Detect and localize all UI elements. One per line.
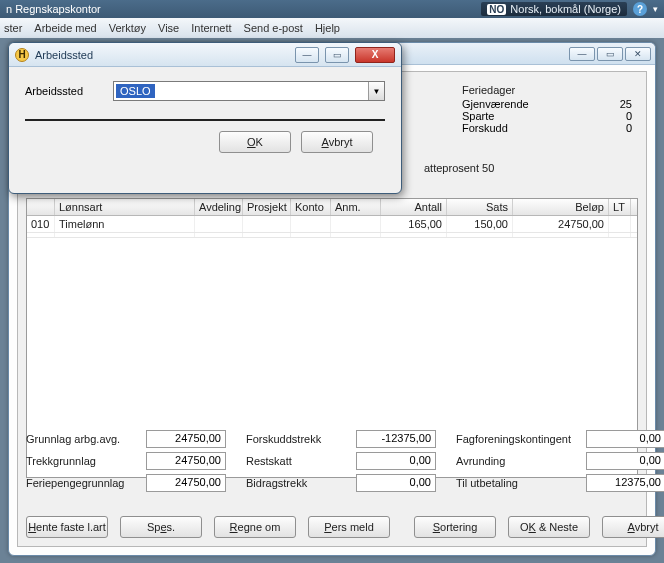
tax-percent-label: atteprosent 50 (424, 162, 494, 174)
col-amount[interactable]: Beløp (513, 199, 609, 215)
menu-item[interactable]: Internett (191, 22, 231, 34)
dialog-body: Arbeidssted OSLO ▼ OK Avbryt (9, 67, 401, 167)
button-bar: Hente faste l.art Spes. Regne om Pers me… (26, 516, 638, 538)
maximize-button[interactable]: ▭ (325, 47, 349, 63)
close-button[interactable]: X (355, 47, 395, 63)
cell-wagetype: Timelønn (55, 216, 195, 232)
menu-item[interactable]: Verktøy (109, 22, 146, 34)
cell-project (243, 216, 291, 232)
total-label: Grunnlag arbg.avg. (26, 433, 146, 445)
total-value: 12375,00 (586, 474, 664, 492)
cell-quantity: 165,00 (381, 216, 447, 232)
total-label: Restskatt (246, 455, 356, 467)
total-label: Forskuddstrekk (246, 433, 356, 445)
language-indicator[interactable]: NO Norsk, bokmål (Norge) (481, 2, 627, 16)
cell-amount: 24750,00 (513, 216, 609, 232)
col-account[interactable]: Konto (291, 199, 331, 215)
workplace-label: Arbeidssted (25, 85, 103, 97)
recalc-button[interactable]: Regne om (214, 516, 296, 538)
vacation-label: Gjenværende (462, 98, 529, 110)
total-label: Til utbetaling (456, 477, 586, 489)
vacation-label: Forskudd (462, 122, 508, 134)
col-project[interactable]: Prosjekt (243, 199, 291, 215)
app-icon: H (15, 48, 29, 62)
cell-note (331, 216, 381, 232)
col-number[interactable] (27, 199, 55, 215)
app-titlebar: n Regnskapskontor NO Norsk, bokmål (Norg… (0, 0, 664, 18)
chevron-down-icon[interactable]: ▾ (653, 4, 658, 14)
col-department[interactable]: Avdeling (195, 199, 243, 215)
cell-account (291, 216, 331, 232)
total-value: 24750,00 (146, 474, 226, 492)
grid-header: Lønnsart Avdeling Prosjekt Konto Anm. An… (27, 199, 637, 216)
cell-department (195, 216, 243, 232)
close-button[interactable]: ✕ (625, 47, 651, 61)
separator (25, 119, 385, 121)
minimize-button[interactable]: — (569, 47, 595, 61)
menubar: ster Arbeide med Verktøy Vise Internett … (0, 18, 664, 38)
table-row[interactable] (27, 233, 637, 238)
combobox-selection: OSLO (116, 84, 155, 98)
vacation-value: 25 (592, 98, 632, 110)
table-row[interactable]: 010 Timelønn 165,00 150,00 24750,00 (27, 216, 637, 233)
cancel-button[interactable]: Avbryt (301, 131, 373, 153)
pers-meld-button[interactable]: Pers meld (308, 516, 390, 538)
workplace-combobox[interactable]: OSLO ▼ (113, 81, 385, 101)
sort-button[interactable]: Sortering (414, 516, 496, 538)
cell-number: 010 (27, 216, 55, 232)
menu-item[interactable]: Vise (158, 22, 179, 34)
total-value: 0,00 (586, 452, 664, 470)
menu-item[interactable]: Arbeide med (34, 22, 96, 34)
fetch-fixed-button[interactable]: Hente faste l.art (26, 516, 108, 538)
menu-item[interactable]: Send e-post (244, 22, 303, 34)
total-value: 0,00 (356, 452, 436, 470)
minimize-button[interactable]: — (295, 47, 319, 63)
menu-item[interactable]: Hjelp (315, 22, 340, 34)
spec-button[interactable]: Spes. (120, 516, 202, 538)
total-value: 0,00 (586, 430, 664, 448)
total-label: Fagforeningskontingent (456, 433, 586, 445)
dialog-titlebar: H Arbeidssted — ▭ X (9, 43, 401, 67)
total-label: Feriepengegrunnlag (26, 477, 146, 489)
total-label: Avrunding (456, 455, 586, 467)
app-title: n Regnskapskontor (6, 3, 101, 15)
total-value: 24750,00 (146, 430, 226, 448)
total-value: -12375,00 (356, 430, 436, 448)
vacation-header: Feriedager (462, 84, 632, 96)
col-wagetype[interactable]: Lønnsart (55, 199, 195, 215)
cancel-button[interactable]: Avbryt (602, 516, 664, 538)
ok-button[interactable]: OK (219, 131, 291, 153)
menu-item[interactable]: ster (4, 22, 22, 34)
col-rate[interactable]: Sats (447, 199, 513, 215)
chevron-down-icon[interactable]: ▼ (368, 82, 384, 100)
col-quantity[interactable]: Antall (381, 199, 447, 215)
total-value: 0,00 (356, 474, 436, 492)
maximize-button[interactable]: ▭ (597, 47, 623, 61)
vacation-label: Sparte (462, 110, 494, 122)
total-label: Bidragstrekk (246, 477, 356, 489)
totals-area: Grunnlag arbg.avg. 24750,00 Forskuddstre… (26, 430, 638, 492)
cell-lt (609, 216, 631, 232)
col-note[interactable]: Anm. (331, 199, 381, 215)
language-label: Norsk, bokmål (Norge) (510, 3, 621, 15)
total-value: 24750,00 (146, 452, 226, 470)
cell-rate: 150,00 (447, 216, 513, 232)
ok-next-button[interactable]: OK & Neste (508, 516, 590, 538)
workplace-dialog: H Arbeidssted — ▭ X Arbeidssted OSLO ▼ O… (8, 42, 402, 194)
dialog-title: Arbeidssted (35, 49, 289, 61)
total-label: Trekkgrunnlag (26, 455, 146, 467)
help-icon[interactable]: ? (633, 2, 647, 16)
vacation-days-box: Feriedager Gjenværende25 Sparte0 Forskud… (462, 84, 632, 134)
vacation-value: 0 (592, 110, 632, 122)
col-lt[interactable]: LT (609, 199, 631, 215)
keyboard-code: NO (487, 4, 506, 15)
vacation-value: 0 (592, 122, 632, 134)
